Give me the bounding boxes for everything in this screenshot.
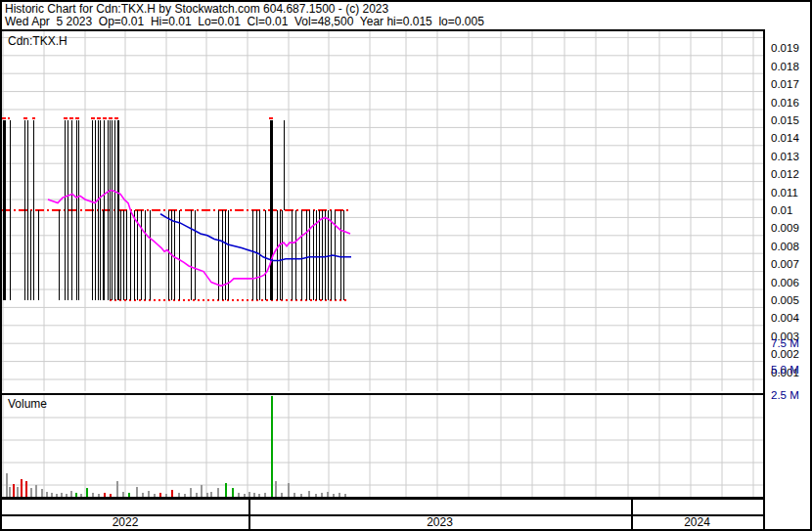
volume-label: Volume: [8, 397, 47, 411]
year-label: 2024: [631, 515, 763, 529]
year-divider: [631, 500, 633, 514]
price-axis-label: 0.008: [771, 240, 799, 253]
year-divider: [248, 500, 250, 514]
chart-title: Historic Chart for Cdn:TKX.H by Stockwat…: [5, 2, 388, 16]
volume-axis-label: 2.5 M: [771, 388, 799, 402]
month-box-row: [2, 500, 765, 516]
price-axis-label: 0.012: [771, 167, 799, 181]
price-chart-canvas: [2, 31, 763, 391]
price-axis-label: 0.006: [771, 276, 799, 289]
price-chart-panel: Cdn:TKX.H: [2, 29, 765, 395]
stockwatch-chart-window: Historic Chart for Cdn:TKX.H by Stockwat…: [0, 0, 812, 531]
price-axis-label: 0.005: [771, 293, 799, 307]
price-axis-label: 0.017: [771, 77, 799, 91]
year-axis-row: 202220232024: [2, 516, 765, 529]
price-axis-label: 0.01: [771, 203, 792, 217]
right-axis-column: 0.0190.0180.0170.0160.0150.0140.0130.012…: [765, 29, 810, 479]
year-label: 2022: [2, 515, 248, 529]
volume-chart-canvas: [2, 395, 763, 497]
price-axis-label: 0.013: [771, 150, 799, 163]
price-axis-label: 0.019: [771, 41, 799, 55]
year-label: 2023: [248, 515, 631, 529]
volume-chart-panel: Volume: [2, 393, 765, 500]
symbol-label: Cdn:TKX.H: [8, 34, 68, 48]
price-axis-label: 0.016: [771, 96, 799, 110]
price-axis-label: 0.014: [771, 131, 799, 145]
price-axis-label: 0.007: [771, 257, 799, 271]
price-axis-label: 0.011: [771, 186, 798, 199]
volume-axis-label: 7.5 M: [771, 336, 799, 350]
price-axis-label: 0.009: [771, 221, 799, 235]
volume-axis-label: 5.0 M: [771, 363, 799, 376]
quote-info-line: Wed Apr 5 2023 Op=0.01 Hi=0.01 Lo=0.01 C…: [5, 15, 484, 28]
price-axis-label: 0.004: [771, 311, 799, 325]
price-axis-label: 0.015: [771, 113, 799, 127]
price-axis-label: 0.018: [771, 60, 799, 73]
